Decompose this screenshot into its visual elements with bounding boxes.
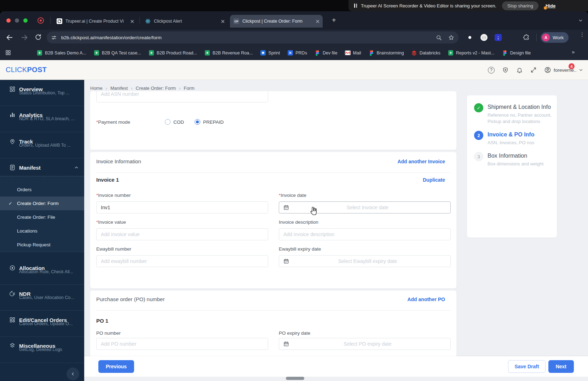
bookmark-item[interactable]: Databricks xyxy=(411,50,440,56)
bookmark-item[interactable]: Sprint xyxy=(260,50,280,56)
trupeer-favicon xyxy=(57,18,62,24)
window-close-button[interactable] xyxy=(6,18,11,23)
extension-icon[interactable]: (·) xyxy=(480,34,488,41)
collapse-sidebar-button[interactable] xyxy=(67,368,79,380)
add-another-po-link[interactable]: Add another PO xyxy=(407,297,445,302)
sidebar-item-create-order-file[interactable]: Create Order: File xyxy=(0,210,84,224)
bookmark-item[interactable]: Dev file xyxy=(315,50,338,56)
step-subtitle: Box dimensions and weight xyxy=(488,161,553,167)
asn-number-input[interactable] xyxy=(96,91,268,102)
shield-plus-icon[interactable] xyxy=(502,67,509,74)
bookmark-item[interactable]: Mail xyxy=(345,50,361,56)
ewaybill-expiry-placeholder: Select Ewaybill expiry date xyxy=(289,258,446,264)
invoice-number-input[interactable] xyxy=(96,201,268,213)
cod-radio[interactable] xyxy=(165,119,171,125)
divider xyxy=(0,363,84,363)
apps-grid-icon[interactable] xyxy=(5,49,11,56)
tab-search-icon[interactable] xyxy=(577,17,584,24)
sidebar-item-pickup-request[interactable]: Pickup Request xyxy=(0,238,84,252)
invoice-description-input[interactable] xyxy=(279,228,451,240)
forward-icon[interactable] xyxy=(21,34,28,41)
invoice-date-input[interactable]: Select Invoice date xyxy=(279,201,451,213)
star-icon[interactable] xyxy=(448,35,454,41)
invoice-number-label: *Invoice number xyxy=(96,192,268,198)
bookmark-item[interactable]: PRDs xyxy=(287,50,307,56)
close-icon[interactable]: ✕ xyxy=(315,19,320,24)
sidebar-item-orders[interactable]: Orders xyxy=(0,183,84,197)
expand-icon[interactable] xyxy=(530,67,537,73)
back-icon[interactable] xyxy=(6,34,13,41)
tab-create-order-form[interactable]: CP Clickpost | Create Order: Form ✕ xyxy=(230,15,323,28)
tab-trupeer[interactable]: Trupeer.ai | Create Product Vi ✕ xyxy=(53,15,137,28)
share-message: Trupeer AI Screen Recorder & Video Edito… xyxy=(361,3,496,8)
prepaid-radio[interactable] xyxy=(195,119,200,125)
help-icon[interactable]: ? xyxy=(488,67,495,74)
search-icon[interactable] xyxy=(436,35,442,41)
address-bar[interactable]: b2b.clickpost.ai/manifestation/order/cre… xyxy=(47,31,459,43)
po-number-input[interactable] xyxy=(96,338,268,350)
bookmark-item[interactable]: Reports v2 - Mast... xyxy=(448,50,495,56)
browser-profile-chip[interactable]: A Work xyxy=(541,32,569,43)
prepaid-label[interactable]: PREPAID xyxy=(203,119,224,125)
bookmark-item[interactable]: Brainstorming xyxy=(369,50,404,56)
record-icon[interactable] xyxy=(38,17,44,24)
figma-icon xyxy=(369,50,374,56)
bookmark-item[interactable]: B2B Sales Demo A... xyxy=(37,50,86,56)
clickpost-logo[interactable]: CLICKPOST xyxy=(6,66,47,74)
reload-icon[interactable] xyxy=(35,34,42,41)
save-draft-button[interactable]: Save Draft xyxy=(508,360,545,373)
bookmark-label: B2B Product Road... xyxy=(157,51,197,55)
extension-icon[interactable]: ; xyxy=(495,34,502,41)
close-icon[interactable]: ✕ xyxy=(220,19,225,24)
more-bookmarks-icon[interactable]: » xyxy=(572,49,575,55)
extensions-puzzle-icon[interactable] xyxy=(523,34,530,41)
pause-icon[interactable] xyxy=(354,4,357,8)
invoice-information-card: Invoice Information Add another Invoice … xyxy=(90,152,456,288)
horizontal-scrollbar[interactable] xyxy=(286,377,304,380)
target-icon xyxy=(9,265,16,271)
invoice-group-title: Invoice 1 xyxy=(96,177,119,183)
sidebar-item-locations[interactable]: Locations xyxy=(0,224,84,238)
invoice-value-input[interactable] xyxy=(96,228,268,240)
sidebar-sub-ndr: Cases, User Allocation Co... xyxy=(19,295,81,300)
next-button[interactable]: Next xyxy=(548,360,574,373)
window-zoom-button[interactable] xyxy=(23,18,28,23)
bookmark-label: Databricks xyxy=(420,51,440,55)
bookmark-label: Reports v2 - Mast... xyxy=(456,51,495,55)
tab-clickpost-alert[interactable]: Clickpost Alert ✕ xyxy=(142,15,228,28)
ewaybill-number-input[interactable] xyxy=(96,255,268,267)
po-expiry-label: PO expiry date xyxy=(279,330,451,336)
cod-label[interactable]: COD xyxy=(173,119,184,125)
sidebar-item-manifest[interactable]: Manifest xyxy=(0,164,84,171)
sidebar-item-create-order-form[interactable]: ✓ Create Order: Form xyxy=(0,197,84,210)
breadcrumb-form[interactable]: Form xyxy=(184,86,194,91)
ewaybill-expiry-input[interactable]: Select Ewaybill expiry date xyxy=(279,255,451,267)
google-sheets-icon xyxy=(149,50,154,56)
stop-sharing-button[interactable]: Stop sharing xyxy=(502,1,538,10)
tab-title: Trupeer.ai | Create Product Vi xyxy=(65,19,128,24)
account-menu[interactable]: foreverne... 4 xyxy=(544,66,583,74)
close-icon[interactable]: ✕ xyxy=(130,19,134,24)
share-notification: Trupeer AI Screen Recorder & Video Edito… xyxy=(348,0,588,11)
previous-button[interactable]: Previous xyxy=(98,360,134,373)
hide-link[interactable]: Hide xyxy=(546,3,555,8)
new-tab-icon[interactable]: + xyxy=(332,17,336,24)
window-minimize-button[interactable] xyxy=(15,18,19,23)
breadcrumb-create-order-form[interactable]: Create Order: Form xyxy=(136,86,176,91)
breadcrumb-manifest[interactable]: Manifest xyxy=(110,86,128,91)
site-info-icon[interactable] xyxy=(51,35,57,41)
divider xyxy=(0,132,84,132)
breadcrumb-home[interactable]: Home xyxy=(90,86,103,91)
bookmark-item[interactable]: Design file xyxy=(502,50,531,56)
add-another-invoice-link[interactable]: Add another Invoice xyxy=(397,159,445,164)
bookmark-item[interactable]: B2B Product Road... xyxy=(149,50,197,56)
google-sheets-icon xyxy=(94,50,99,56)
kebab-menu-icon[interactable]: ⋮ xyxy=(580,33,584,36)
step-number: 2 xyxy=(474,131,483,140)
po-expiry-input[interactable]: Select PO expiry date xyxy=(279,338,451,350)
bookmark-item[interactable]: B2B Revenue Roa... xyxy=(204,50,253,56)
duplicate-link[interactable]: Duplicate xyxy=(423,177,445,183)
bell-icon[interactable] xyxy=(516,67,523,74)
layers-icon xyxy=(9,342,16,349)
bookmark-item[interactable]: B2B QA Test case... xyxy=(94,50,141,56)
